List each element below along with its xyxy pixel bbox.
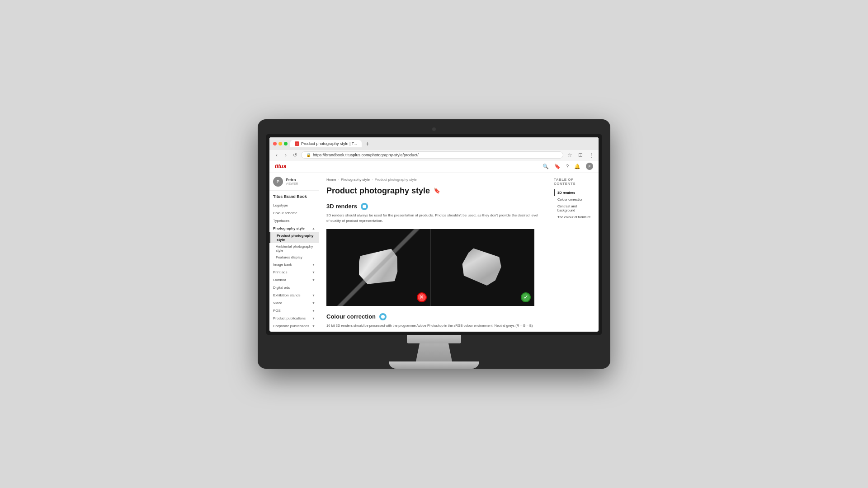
titus-logo: titus (275, 163, 286, 169)
sidebar: P Petra VIEWER Titus Brand Book Logotype (269, 173, 319, 329)
sidebar-item-photography-style[interactable]: Photography style ▲ (269, 225, 319, 232)
tab-favicon: T (295, 141, 299, 146)
user-avatar: P (273, 177, 283, 187)
hinge-render-right (456, 244, 509, 291)
address-bar[interactable]: 🔒 https://brandbook.titusplus.com/photog… (301, 151, 563, 159)
toc-item-colour-furniture[interactable]: The colour of furniture (554, 214, 594, 221)
chevron-down-icon: ▼ (312, 263, 315, 266)
toc-title: Table of contents (554, 178, 594, 186)
notification-icon[interactable]: 🔔 (574, 164, 580, 169)
help-icon[interactable]: ? (566, 164, 569, 169)
search-icon[interactable]: 🔍 (542, 164, 549, 169)
user-role: VIEWER (286, 182, 298, 185)
chevron-up-icon: ▲ (312, 227, 315, 230)
sidebar-item-digital-ads[interactable]: Digital ads (269, 284, 319, 291)
hinge-photo-left (353, 246, 404, 289)
sidebar-brand-title: Titus Brand Book (269, 191, 319, 202)
section-colour-correction-title: Colour correction (326, 313, 376, 320)
page-bookmark-icon[interactable]: 🔖 (434, 188, 440, 194)
forward-button[interactable]: › (282, 151, 289, 159)
breadcrumb-sep-2: › (372, 178, 373, 182)
chevron-down-icon-2: ▼ (312, 271, 315, 274)
toc-item-colour-correction[interactable]: Colour correction (554, 196, 594, 203)
chevron-down-icon-5: ▼ (312, 301, 315, 305)
page-layout: P Petra VIEWER Titus Brand Book Logotype (269, 173, 599, 329)
colour-correction-text: 16-bit 3D renders should be processed wi… (326, 323, 542, 329)
back-button[interactable]: ‹ (273, 151, 280, 159)
monitor-stand-base (389, 361, 479, 369)
chevron-down-icon-3: ▼ (312, 278, 315, 282)
section-3d-renders-text: 3D renders should always be used for the… (326, 213, 542, 224)
section-colour-correction-header: Colour correction (326, 313, 542, 320)
page-title: Product photography style (326, 186, 430, 196)
monitor-stand-top (407, 335, 461, 343)
sidebar-sub-item-features-display[interactable]: Features display (269, 254, 319, 261)
tab-label: Product photography style | T... (301, 141, 357, 146)
correct-badge: ✓ (521, 292, 531, 302)
browser-tabs: T Product photography style | T... + (290, 140, 595, 148)
browser-toolbar-actions: ☆ ⊡ ⋮ (566, 151, 595, 159)
sidebar-item-video[interactable]: Video ▼ (269, 299, 319, 307)
chevron-down-icon-6: ▼ (312, 309, 315, 312)
breadcrumb: Home › Photography style › Product photo… (326, 178, 542, 182)
monitor-screen: T Product photography style | T... + ‹ ›… (269, 137, 599, 332)
toc-item-contrast-background[interactable]: Contrast and background (554, 203, 594, 214)
browser-titlebar: T Product photography style | T... + (269, 137, 599, 150)
sidebar-item-colour-scheme[interactable]: Colour scheme (269, 209, 319, 217)
sidebar-sub-item-ambiental-photography[interactable]: Ambiental photography style (269, 243, 319, 254)
sidebar-sub-item-product-photography[interactable]: Product photography style (269, 232, 319, 243)
sidebar-item-typefaces[interactable]: Typefaces (269, 217, 319, 225)
toc-item-3d-renders[interactable]: 3D renders (554, 189, 594, 196)
url-text: https://brandbook.titusplus.com/photogra… (313, 153, 419, 157)
image-comparison: ✕ ✓ (326, 229, 534, 306)
section-3d-renders-title: 3D renders (326, 203, 357, 210)
bookmark-star-icon[interactable]: ☆ (566, 151, 573, 159)
chevron-down-icon-7: ▼ (312, 317, 315, 320)
colour-correction-section: Colour correction 16-bit 3D renders shou… (326, 313, 542, 329)
sidebar-item-exhibition-stands[interactable]: Exhibition stands ▼ (269, 291, 319, 299)
breadcrumb-home[interactable]: Home (326, 178, 336, 182)
minimize-window-button[interactable] (278, 142, 282, 145)
breadcrumb-current: Product photography style (375, 178, 417, 182)
sidebar-item-image-bank[interactable]: Image bank ▼ (269, 261, 319, 268)
user-avatar-header[interactable]: P (586, 163, 593, 170)
maximize-window-button[interactable] (284, 142, 288, 145)
monitor-camera (432, 127, 436, 131)
image-correct-example: ✓ (431, 229, 535, 306)
sidebar-item-outdoor[interactable]: Outdoor ▼ (269, 276, 319, 284)
sidebar-item-logotype[interactable]: Logotype (269, 202, 319, 209)
bookmark-icon[interactable]: 🔖 (554, 164, 561, 169)
sidebar-item-product-publications[interactable]: Product publications ▼ (269, 314, 319, 322)
breadcrumb-sep-1: › (338, 178, 339, 182)
section-badge-inner-colour (381, 315, 385, 319)
lock-icon: 🔒 (306, 153, 311, 157)
monitor: T Product photography style | T... + ‹ ›… (258, 119, 610, 369)
menu-icon[interactable]: ⋮ (588, 151, 595, 159)
breadcrumb-section[interactable]: Photography style (341, 178, 370, 182)
user-details: Petra VIEWER (286, 178, 298, 185)
window-controls (273, 142, 288, 145)
sidebar-item-print-ads[interactable]: Print ads ▼ (269, 268, 319, 276)
sidebar-item-pos[interactable]: POS ▼ (269, 307, 319, 314)
new-tab-button[interactable]: + (363, 140, 372, 148)
toc-panel: Table of contents 3D renders Colour corr… (549, 173, 599, 329)
nav-buttons: ‹ › ↺ (273, 151, 298, 159)
chevron-down-icon-8: ▼ (312, 324, 315, 328)
section-badge-inner-3d (363, 205, 366, 208)
section-badge-3d (361, 203, 368, 210)
monitor-stand-neck (416, 343, 452, 361)
extension-icon[interactable]: ⊡ (577, 151, 584, 159)
page-header: titus 🔍 🔖 ? 🔔 P (269, 160, 599, 173)
user-initials: P (277, 179, 279, 184)
monitor-bezel: T Product photography style | T... + ‹ ›… (266, 134, 602, 335)
header-actions: 🔍 🔖 ? 🔔 P (542, 163, 593, 170)
sidebar-item-corporate-publications[interactable]: Corporate publications ▼ (269, 322, 319, 329)
close-window-button[interactable] (273, 142, 277, 145)
reload-button[interactable]: ↺ (291, 151, 298, 159)
chevron-down-icon-4: ▼ (312, 294, 315, 297)
user-name: Petra (286, 178, 298, 182)
active-tab[interactable]: T Product photography style | T... (290, 140, 362, 147)
main-content: Home › Photography style › Product photo… (319, 173, 549, 329)
browser-addressbar: ‹ › ↺ 🔒 https://brandbook.titusplus.com/… (269, 150, 599, 160)
user-info: P Petra VIEWER (269, 173, 319, 191)
